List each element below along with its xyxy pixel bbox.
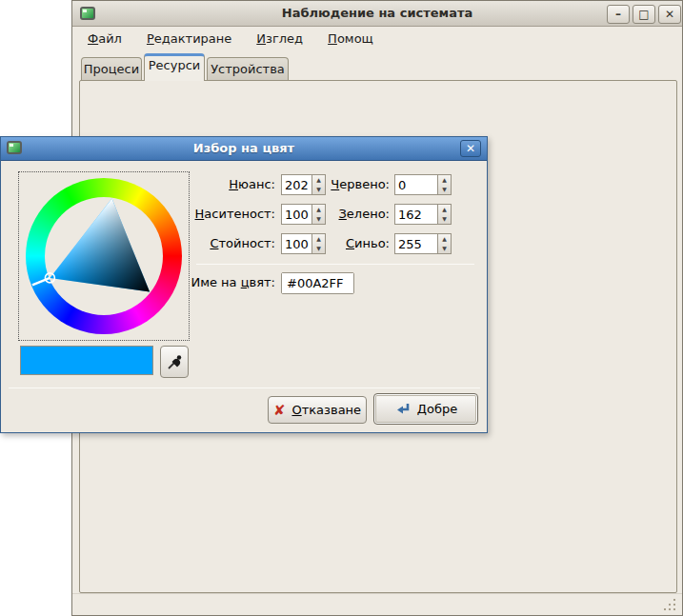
green-spin-arrows[interactable]: ▲▼ [437, 205, 451, 224]
action-separator [9, 387, 480, 388]
fields-separator [196, 264, 474, 265]
resize-grip[interactable] [663, 598, 677, 611]
blue-spin-arrows[interactable]: ▲▼ [437, 234, 451, 253]
menu-view[interactable]: Изглед [256, 31, 303, 46]
statusbar [72, 593, 682, 615]
close-button[interactable]: ✕ [658, 5, 681, 24]
green-input[interactable] [395, 205, 437, 224]
red-spin-arrows[interactable]: ▲▼ [437, 175, 451, 194]
screen: Наблюдение на системата – □ ✕ Файл Редак… [0, 0, 683, 616]
tab-devices[interactable]: Устройства [207, 57, 289, 81]
dialog-title: Избор на цвят [1, 141, 487, 155]
minimize-button[interactable]: – [607, 5, 630, 24]
menubar: Файл Редактиране Изглед Помощ [72, 28, 682, 49]
dialog-close-button[interactable]: ✕ [460, 140, 481, 157]
main-titlebar[interactable]: Наблюдение на системата – □ ✕ [72, 1, 682, 27]
eyedropper-icon [166, 353, 183, 370]
menu-help[interactable]: Помощ [328, 31, 373, 46]
hsv-triangle[interactable] [26, 178, 182, 334]
selected-color-swatch [20, 346, 153, 375]
menu-edit[interactable]: Редактиране [147, 31, 231, 46]
green-label: Зелено: [247, 204, 390, 225]
red-input[interactable] [395, 175, 437, 194]
blue-input[interactable] [395, 234, 437, 253]
window-title: Наблюдение на системата [72, 6, 682, 20]
red-spinbox[interactable]: ▲▼ [394, 174, 452, 195]
ok-enter-icon [394, 402, 411, 416]
maximize-button[interactable]: □ [633, 5, 655, 24]
tab-processes[interactable]: Процеси [81, 57, 142, 81]
color-name-entry[interactable] [281, 272, 354, 294]
tab-resources[interactable]: Ресурси [144, 53, 205, 81]
menu-file[interactable]: Файл [88, 31, 122, 46]
green-spinbox[interactable]: ▲▼ [394, 204, 452, 225]
color-wheel-area[interactable] [18, 171, 190, 341]
cancel-button[interactable]: ✘ Отказване [268, 396, 367, 424]
cancel-x-icon: ✘ [273, 404, 286, 417]
red-label: Червено: [247, 174, 390, 195]
blue-label: Синьо: [247, 233, 390, 254]
blue-spinbox[interactable]: ▲▼ [394, 233, 452, 254]
ok-button[interactable]: Добре [373, 393, 478, 425]
dialog-titlebar[interactable]: Избор на цвят ✕ [1, 137, 487, 161]
color-picker-dialog: Избор на цвят ✕ [0, 136, 488, 433]
color-name-input[interactable] [282, 273, 353, 293]
eyedropper-button[interactable] [160, 346, 189, 378]
